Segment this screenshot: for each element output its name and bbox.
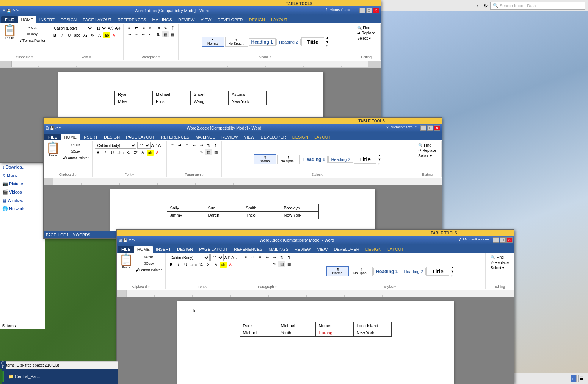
nav-item-windows[interactable]: ▦ Window... — [0, 196, 45, 204]
replace-btn-1[interactable]: ⇄ Replace — [356, 31, 376, 36]
tab-pagelayout-2[interactable]: PAGE LAYOUT — [123, 134, 158, 140]
copy-btn-3[interactable]: ⧉ Copy — [135, 261, 163, 267]
bullets-btn-2[interactable]: ≡ — [169, 142, 176, 148]
tab-view-2[interactable]: VIEW — [241, 134, 257, 140]
style-nospace-1[interactable]: ¶ No Spac... — [225, 37, 248, 47]
tab-references-2[interactable]: REFERENCES — [158, 134, 192, 140]
numbering-btn-1[interactable]: ⇄ — [133, 25, 140, 31]
subscript-btn-2[interactable]: X₂ — [125, 150, 132, 156]
highlight-btn-2[interactable]: ab — [147, 150, 154, 156]
align-left-2[interactable]: ⋯ — [169, 149, 176, 155]
tab-references-3[interactable]: REFERENCES — [231, 246, 265, 253]
underline-btn-1[interactable]: U — [66, 32, 73, 38]
justify-2[interactable]: ⋯ — [191, 149, 198, 155]
tab-pagelayout-3[interactable]: PAGE LAYOUT — [196, 246, 231, 253]
borders-btn-2[interactable]: ▦ — [212, 149, 219, 155]
find-btn-3[interactable]: 🔍 Find — [489, 255, 510, 260]
find-btn-2[interactable]: 🔍 Find — [417, 143, 437, 148]
quick-save-icon-2[interactable]: 💾 — [50, 126, 54, 130]
undo-icon-2[interactable]: ↶ — [55, 126, 58, 130]
styles-up-2[interactable]: ▲ — [378, 153, 381, 157]
style-h2-1[interactable]: Heading 2 — [276, 39, 301, 45]
superscript-btn-3[interactable]: X² — [205, 262, 212, 268]
shading-btn-1[interactable]: ▤ — [162, 31, 169, 37]
tab-insert-1[interactable]: INSERT — [36, 16, 58, 23]
maximize-btn-2[interactable]: □ — [427, 125, 433, 131]
tab-design2-3[interactable]: DESIGN — [362, 246, 384, 253]
strikethrough-btn-3[interactable]: abc — [190, 262, 198, 268]
list-view-icon[interactable]: ☰ — [578, 375, 585, 382]
align-center-1[interactable]: ⋯ — [133, 31, 140, 37]
highlight-btn-3[interactable]: ab — [220, 262, 227, 268]
underline-btn-3[interactable]: U — [182, 262, 189, 268]
show-para-2[interactable]: ¶ — [212, 142, 219, 148]
line-spacing-3[interactable]: ⇅ — [271, 261, 278, 267]
bold-btn-1[interactable]: B — [52, 32, 58, 38]
shrink-font-1[interactable]: A⇩ — [115, 26, 121, 31]
tab-view-3[interactable]: VIEW — [314, 246, 331, 253]
find-btn-1[interactable]: 🔍 Find — [356, 25, 376, 30]
italic-btn-2[interactable]: I — [102, 150, 109, 156]
doc-area-3[interactable]: ⊕ Derik Michael Mopes Long Island Michae… — [117, 297, 514, 384]
tab-view-1[interactable]: VIEW — [198, 16, 214, 23]
text-effects-btn-1[interactable]: A — [96, 32, 103, 38]
align-right-1[interactable]: ⋯ — [140, 31, 147, 37]
format-painter-btn-3[interactable]: 🖌 Format Painter — [135, 267, 163, 273]
styles-expand-1[interactable]: ▿ — [326, 44, 329, 48]
paste-btn-2[interactable]: 📋 Paste — [46, 142, 60, 157]
grow-font-3[interactable]: A⇧ — [224, 255, 230, 260]
justify-3[interactable]: ⋯ — [264, 261, 271, 267]
tab-review-1[interactable]: REVIEW — [175, 16, 198, 23]
style-h1-3[interactable]: Heading 1 — [373, 268, 400, 275]
multilevel-btn-2[interactable]: ≡ — [183, 142, 190, 148]
show-para-3[interactable]: ¶ — [285, 254, 292, 260]
increase-indent-2[interactable]: ⇥ — [198, 142, 205, 148]
tab-review-2[interactable]: REVIEW — [218, 134, 241, 140]
tab-review-3[interactable]: REVIEW — [292, 246, 314, 253]
decrease-indent-3[interactable]: ⇤ — [264, 254, 271, 260]
shrink-font-2[interactable]: A⇩ — [158, 143, 164, 148]
tab-developer-2[interactable]: DEVELOPER — [257, 134, 289, 140]
italic-btn-3[interactable]: I — [175, 262, 182, 268]
nav-item-music[interactable]: ♫ Music — [0, 171, 45, 180]
multilevel-btn-1[interactable]: ≡ — [140, 25, 147, 31]
style-title-1[interactable]: Title — [301, 37, 324, 46]
bold-btn-3[interactable]: B — [168, 262, 175, 268]
grow-font-2[interactable]: A⇧ — [151, 143, 157, 148]
font-size-1[interactable]: 11 — [94, 25, 107, 31]
borders-btn-3[interactable]: ▦ — [285, 261, 292, 267]
style-nospace-2[interactable]: ¶ No Spac... — [277, 155, 300, 164]
undo-icon-1[interactable]: ↶ — [12, 9, 15, 13]
tab-design-3[interactable]: DESIGN — [174, 246, 196, 253]
select-btn-3[interactable]: Select ▾ — [489, 265, 510, 270]
help-icon-3[interactable]: ? — [459, 237, 461, 243]
superscript-btn-2[interactable]: X² — [132, 150, 139, 156]
search-import-data[interactable]: 🔍 Search Import Data — [490, 2, 585, 10]
minimize-btn-1[interactable]: – — [359, 8, 365, 13]
tab-developer-3[interactable]: DEVELOPER — [331, 246, 362, 253]
start-button-left[interactable] — [0, 369, 2, 384]
style-h2-2[interactable]: Heading 2 — [328, 156, 353, 163]
shading-btn-2[interactable]: ▤ — [205, 149, 212, 155]
tab-layout-1[interactable]: LAYOUT — [268, 16, 290, 23]
bullets-btn-1[interactable]: ≡ — [126, 25, 133, 31]
style-h1-1[interactable]: Heading 1 — [249, 38, 276, 46]
font-select-2[interactable]: Calibri (Body) — [95, 142, 136, 149]
quick-save-icon-1[interactable]: 💾 — [6, 9, 11, 13]
format-painter-btn-2[interactable]: 🖌 Format Painter — [61, 155, 90, 161]
styles-expand-2[interactable]: ▿ — [378, 162, 381, 165]
font-size-3[interactable]: 11 — [210, 254, 224, 261]
styles-down-2[interactable]: ▼ — [378, 158, 381, 161]
tab-home-2[interactable]: HOME — [61, 134, 80, 140]
font-color-btn-2[interactable]: A — [154, 150, 161, 156]
style-title-2[interactable]: Title — [354, 155, 376, 164]
numbering-btn-3[interactable]: ⇄ — [249, 254, 256, 260]
tab-design2-2[interactable]: DESIGN — [289, 134, 311, 140]
align-left-1[interactable]: ⋯ — [126, 31, 133, 37]
line-spacing-2[interactable]: ⇅ — [198, 149, 205, 155]
nav-item-network[interactable]: 🌐 Network — [0, 204, 45, 213]
decrease-indent-1[interactable]: ⇤ — [147, 25, 154, 31]
sort-btn-3[interactable]: ⇅ — [278, 254, 285, 260]
tab-layout-3[interactable]: LAYOUT — [384, 246, 407, 253]
italic-btn-1[interactable]: I — [59, 32, 66, 38]
